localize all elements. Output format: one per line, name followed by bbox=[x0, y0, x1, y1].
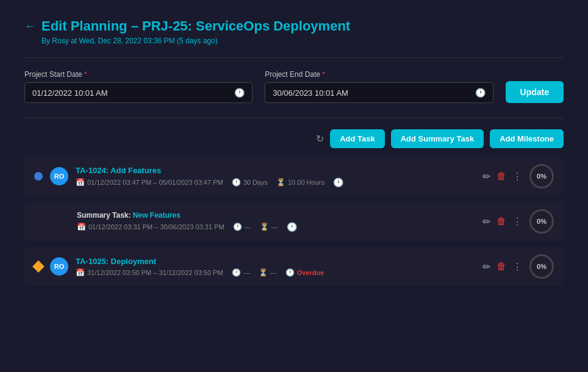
progress-circle: 0% bbox=[529, 209, 554, 234]
milestone-task-actions: ✏ 🗑 ⋮ bbox=[482, 261, 522, 273]
end-date-clock-icon: 🕐 bbox=[475, 88, 486, 98]
add-task-button[interactable]: Add Task bbox=[330, 129, 385, 148]
avatar: RO bbox=[50, 167, 68, 185]
task-date-range: 📅 01/12/2022 03:47 PM – 05/01/2023 03:47… bbox=[76, 178, 223, 187]
start-date-label: Project Start Date * bbox=[24, 70, 253, 79]
delete-icon[interactable]: 🗑 bbox=[497, 261, 506, 272]
summary-row: Summary Task: New Features 📅 01/12/2022 … bbox=[24, 202, 564, 241]
more-options-icon[interactable]: ⋮ bbox=[512, 216, 522, 227]
task-meta: 📅 01/12/2022 03:47 PM – 05/01/2023 03:47… bbox=[76, 177, 475, 187]
add-summary-task-button[interactable]: Add Summary Task bbox=[391, 129, 484, 148]
add-milestone-button[interactable]: Add Milestone bbox=[490, 129, 564, 148]
milestone-task-name: TA-1025: Deployment bbox=[76, 257, 475, 266]
hourglass-icon: ⏳ bbox=[260, 223, 269, 231]
task-status-dot bbox=[34, 172, 43, 181]
milestone-duration: 🕐 --- bbox=[232, 268, 250, 277]
task-row: RO TA-1024: Add Features 📅 01/12/2022 03… bbox=[24, 157, 564, 196]
status-icon: 🕐 bbox=[287, 222, 297, 232]
task-actions: ✏ 🗑 ⋮ bbox=[482, 171, 522, 182]
required-mark: * bbox=[84, 70, 87, 79]
subtitle-prefix: By bbox=[41, 37, 50, 45]
milestone-task-meta: 📅 31/12/2022 03:50 PM – 31/12/2022 03:50… bbox=[76, 268, 475, 277]
summary-hours: ⏳ --- bbox=[260, 223, 278, 231]
clock-icon: 🕐 bbox=[232, 178, 241, 187]
delete-icon[interactable]: 🗑 bbox=[497, 171, 506, 182]
overdue-badge: Overdue bbox=[297, 269, 324, 276]
summary-label: Summary Task: New Features bbox=[77, 211, 475, 220]
clock-icon: 🕐 bbox=[232, 268, 241, 277]
author-name: Rosy bbox=[52, 37, 68, 45]
back-button[interactable]: ← bbox=[24, 20, 35, 33]
edit-icon[interactable]: ✏ bbox=[482, 216, 490, 227]
refresh-icon[interactable]: ↻ bbox=[316, 133, 324, 145]
more-options-icon[interactable]: ⋮ bbox=[512, 171, 522, 182]
page-container: ← Edit Planning – PRJ-25: ServiceOps Dep… bbox=[0, 0, 588, 310]
header-divider bbox=[24, 57, 564, 58]
start-date-clock-icon: 🕐 bbox=[234, 88, 245, 98]
end-date-input-wrap[interactable]: 🕐 bbox=[265, 82, 493, 103]
summary-date-range: 📅 01/12/2022 03:31 PM – 30/06/2023 03:31… bbox=[77, 223, 224, 231]
task-duration: 🕐 30 Days bbox=[232, 178, 268, 187]
calendar-icon: 📅 bbox=[77, 223, 86, 231]
task-name: TA-1024: Add Features bbox=[76, 166, 475, 175]
summary-task-meta: 📅 01/12/2022 03:31 PM – 30/06/2023 03:31… bbox=[77, 222, 475, 232]
summary-task-actions: ✏ 🗑 ⋮ bbox=[482, 216, 522, 227]
milestone-diamond-icon bbox=[32, 260, 45, 273]
end-required-mark: * bbox=[322, 70, 325, 79]
hourglass-icon: ⏳ bbox=[259, 268, 268, 277]
clock-icon: 🕐 bbox=[233, 223, 242, 231]
summary-task-info: Summary Task: New Features 📅 01/12/2022 … bbox=[77, 211, 475, 232]
edit-icon[interactable]: ✏ bbox=[482, 261, 490, 273]
end-date-field: Project End Date * 🕐 bbox=[265, 70, 493, 103]
hourglass-icon: ⏳ bbox=[276, 178, 285, 187]
progress-circle: 0% bbox=[529, 254, 554, 279]
date-form-row: Project Start Date * 🕐 Project End Date … bbox=[24, 70, 564, 103]
task-hours: ⏳ 10.00 Hours bbox=[276, 178, 324, 187]
form-divider bbox=[24, 118, 564, 118]
avatar: RO bbox=[50, 257, 68, 276]
overdue-status: 🕐 Overdue bbox=[285, 268, 324, 277]
page-subtitle: By Rosy at Wed, Dec 28, 2022 03:36 PM (5… bbox=[41, 37, 564, 45]
milestone-date-range: 📅 31/12/2022 03:50 PM – 31/12/2022 03:50… bbox=[76, 268, 223, 277]
start-date-field: Project Start Date * 🕐 bbox=[24, 70, 253, 103]
summary-status: 🕐 bbox=[287, 222, 297, 232]
calendar-icon: 📅 bbox=[76, 178, 85, 187]
overdue-icon: 🕐 bbox=[285, 268, 295, 277]
page-title: Edit Planning – PRJ-25: ServiceOps Deplo… bbox=[41, 18, 350, 34]
delete-icon[interactable]: 🗑 bbox=[497, 216, 506, 227]
summary-task-name: New Features bbox=[133, 211, 181, 220]
task-status: 🕐 bbox=[333, 177, 343, 187]
edit-icon[interactable]: ✏ bbox=[482, 171, 490, 182]
end-date-input[interactable] bbox=[273, 88, 464, 98]
milestone-task-info: TA-1025: Deployment 📅 31/12/2022 03:50 P… bbox=[76, 257, 475, 277]
summary-task-label: Summary Task: bbox=[77, 211, 131, 220]
start-date-input-wrap[interactable]: 🕐 bbox=[24, 82, 253, 103]
page-header: ← Edit Planning – PRJ-25: ServiceOps Dep… bbox=[24, 18, 564, 34]
more-options-icon[interactable]: ⋮ bbox=[512, 261, 522, 273]
milestone-row: RO TA-1025: Deployment 📅 31/12/2022 03:5… bbox=[24, 247, 564, 286]
status-icon: 🕐 bbox=[333, 177, 343, 187]
calendar-icon: 📅 bbox=[76, 268, 85, 277]
end-date-label: Project End Date * bbox=[265, 70, 493, 79]
task-info: TA-1024: Add Features 📅 01/12/2022 03:47… bbox=[76, 166, 475, 187]
milestone-hours: ⏳ --- bbox=[259, 268, 277, 277]
task-toolbar: ↻ Add Task Add Summary Task Add Mileston… bbox=[24, 129, 564, 148]
update-button[interactable]: Update bbox=[506, 81, 564, 103]
start-date-input[interactable] bbox=[32, 88, 223, 98]
progress-circle: 0% bbox=[529, 164, 554, 188]
summary-duration: 🕐 --- bbox=[233, 223, 251, 231]
